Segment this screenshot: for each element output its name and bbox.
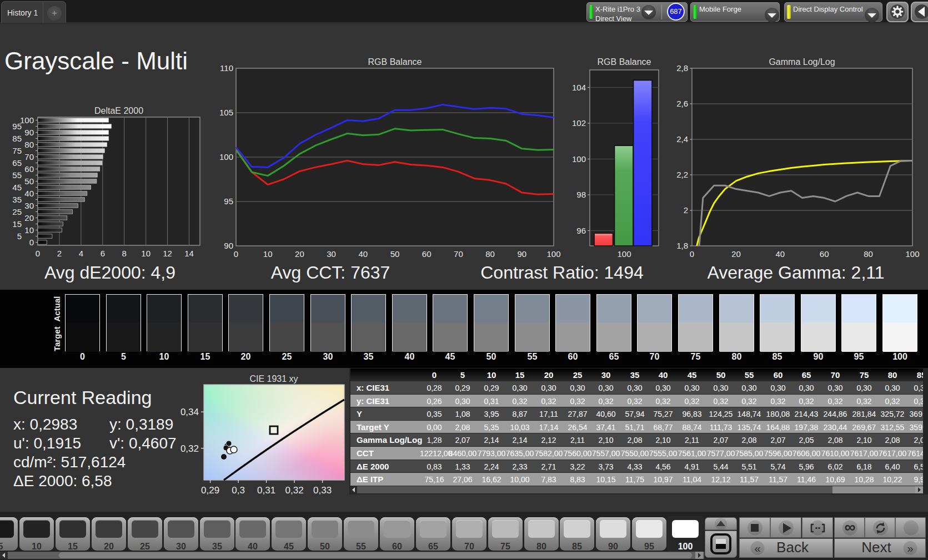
svg-text:2,4: 2,4 bbox=[676, 134, 688, 144]
svg-text:12: 12 bbox=[163, 249, 172, 258]
svg-text:8: 8 bbox=[122, 249, 127, 258]
svg-text:0,32: 0,32 bbox=[285, 485, 304, 496]
svg-text:0,31: 0,31 bbox=[257, 485, 275, 496]
svg-text:60: 60 bbox=[24, 164, 34, 174]
svg-text:0,33: 0,33 bbox=[313, 485, 332, 496]
svg-text:30: 30 bbox=[24, 201, 34, 210]
svg-text:80: 80 bbox=[485, 249, 495, 259]
svg-text:100: 100 bbox=[905, 249, 919, 259]
svg-text:55: 55 bbox=[12, 170, 22, 180]
svg-text:50: 50 bbox=[24, 176, 34, 186]
svg-text:«: « bbox=[754, 542, 760, 554]
svg-text:Average Gamma: 2,11: Average Gamma: 2,11 bbox=[708, 263, 885, 282]
svg-text:110: 110 bbox=[220, 63, 233, 73]
svg-text:50: 50 bbox=[390, 249, 400, 259]
svg-text:2: 2 bbox=[684, 205, 688, 215]
svg-text:∞: ∞ bbox=[845, 518, 856, 536]
svg-text:10: 10 bbox=[263, 249, 273, 259]
svg-text:40: 40 bbox=[775, 249, 785, 259]
svg-text:Contrast Ratio: 1494: Contrast Ratio: 1494 bbox=[480, 263, 644, 282]
svg-text:100: 100 bbox=[546, 249, 560, 259]
svg-text:102: 102 bbox=[572, 118, 586, 128]
svg-text:0: 0 bbox=[690, 249, 694, 259]
svg-text:95: 95 bbox=[224, 196, 233, 206]
svg-text:Avg CCT: 7637: Avg CCT: 7637 bbox=[271, 263, 390, 282]
svg-text:Avg dE2000: 4,9: Avg dE2000: 4,9 bbox=[44, 263, 175, 282]
svg-text:25: 25 bbox=[12, 207, 22, 216]
svg-text:Next: Next bbox=[861, 539, 891, 556]
svg-text:60: 60 bbox=[422, 249, 432, 259]
svg-text:85: 85 bbox=[12, 134, 22, 143]
svg-text:45: 45 bbox=[12, 183, 22, 192]
svg-text:104: 104 bbox=[572, 83, 586, 92]
svg-text:90: 90 bbox=[224, 241, 233, 250]
svg-text:30: 30 bbox=[327, 249, 336, 259]
svg-text:RGB Balance: RGB Balance bbox=[598, 57, 651, 67]
svg-text:0: 0 bbox=[29, 238, 34, 247]
svg-text:90: 90 bbox=[24, 128, 34, 137]
svg-text:2,6: 2,6 bbox=[676, 99, 688, 108]
svg-text:60: 60 bbox=[820, 249, 829, 259]
svg-text:0,3: 0,3 bbox=[232, 485, 245, 496]
svg-text:DeltaE 2000: DeltaE 2000 bbox=[94, 106, 143, 115]
svg-text:CIE 1931 xy: CIE 1931 xy bbox=[249, 374, 298, 384]
svg-text:40: 40 bbox=[358, 249, 368, 259]
svg-text:2: 2 bbox=[57, 249, 62, 258]
svg-text:70: 70 bbox=[24, 152, 34, 162]
svg-text:2,8: 2,8 bbox=[676, 63, 688, 73]
svg-text:Back: Back bbox=[776, 539, 809, 556]
svg-text:20: 20 bbox=[731, 249, 741, 259]
svg-text:65: 65 bbox=[12, 158, 22, 168]
svg-text:100: 100 bbox=[219, 152, 233, 162]
svg-text:14: 14 bbox=[184, 249, 194, 258]
svg-text:15: 15 bbox=[12, 219, 22, 229]
svg-text:10: 10 bbox=[141, 249, 151, 258]
svg-text:2,2: 2,2 bbox=[676, 170, 688, 179]
svg-text:98: 98 bbox=[576, 190, 586, 199]
svg-text:6: 6 bbox=[101, 249, 105, 258]
svg-text:»: » bbox=[907, 542, 913, 554]
svg-text:105: 105 bbox=[219, 108, 233, 117]
svg-text:0: 0 bbox=[234, 249, 238, 259]
svg-text:80: 80 bbox=[864, 249, 873, 259]
svg-text:80: 80 bbox=[24, 140, 34, 149]
svg-text:100: 100 bbox=[20, 115, 34, 125]
svg-text:0,32: 0,32 bbox=[180, 443, 199, 454]
svg-text:10: 10 bbox=[24, 225, 34, 235]
svg-text:20: 20 bbox=[295, 249, 304, 259]
svg-text:Gamma Log/Log: Gamma Log/Log bbox=[769, 57, 835, 67]
svg-text:90: 90 bbox=[517, 249, 526, 259]
svg-text:0,29: 0,29 bbox=[201, 485, 219, 496]
svg-text:75: 75 bbox=[12, 146, 22, 155]
svg-text:RGB Balance: RGB Balance bbox=[368, 57, 422, 67]
svg-text:100: 100 bbox=[617, 249, 631, 259]
svg-text:40: 40 bbox=[24, 189, 34, 198]
svg-text:1,8: 1,8 bbox=[676, 241, 688, 250]
svg-text:5: 5 bbox=[17, 231, 22, 241]
svg-text:0,34: 0,34 bbox=[180, 407, 199, 417]
svg-text:0: 0 bbox=[36, 249, 40, 258]
svg-text:96: 96 bbox=[576, 226, 586, 235]
svg-text:70: 70 bbox=[454, 249, 463, 259]
svg-text:4: 4 bbox=[79, 249, 83, 258]
svg-text:20: 20 bbox=[24, 213, 34, 223]
svg-text:100: 100 bbox=[572, 154, 586, 164]
svg-text:35: 35 bbox=[12, 195, 22, 204]
